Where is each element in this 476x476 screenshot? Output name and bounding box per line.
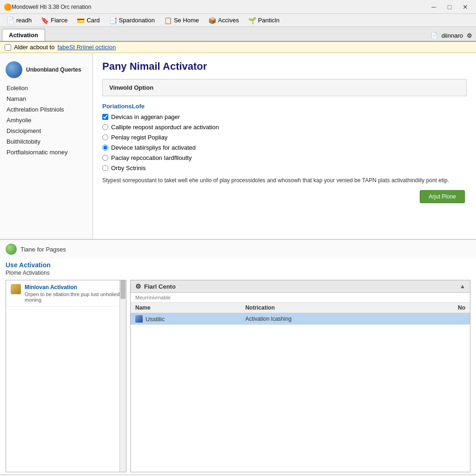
activation-item-desc: Orpen to be stlation:thre pup lust unhol… [25, 291, 121, 303]
plome-label: Plome Activations [0, 270, 476, 278]
menu-bar: 📄 readh 🔖 Fiarce 💳 Card 📑 Spardonation 📋… [0, 14, 476, 27]
menu-label-spardonation: Spardonation [119, 17, 155, 24]
radio-label-4: Paclay repcocation Iardflloutty [111, 154, 192, 161]
radio-label-0: Devicas in aggeran pager [111, 113, 180, 120]
th-name: Name [135, 304, 245, 311]
menu-label-fiarce: Fiarce [51, 17, 67, 24]
radio-label-1: Callipte reopost asporduct are activatio… [111, 124, 219, 131]
left-scrollbar[interactable] [119, 280, 126, 472]
sidebar-label-amhyolie: Amhyolie [7, 117, 31, 124]
divider-icon [6, 244, 17, 255]
radio-4[interactable] [102, 155, 108, 161]
bottom-bar: Cancel Send [0, 474, 476, 476]
td-name-label-0: Usstilic [145, 316, 165, 323]
options-box: Vinwold Option [102, 79, 467, 96]
description-text: Stypest sorrepoustant to taket well ehe … [102, 176, 467, 185]
right-panel-header: ⚙ Fiarl Cento ▲ [131, 280, 470, 293]
menu-item-accives[interactable]: 📦 Accives [204, 15, 244, 26]
alert-text: Alder acbout to [14, 44, 54, 51]
tab-bar: Activation 📄 diinnaro ⚙ [0, 27, 476, 42]
sidebar-item-acthrelation[interactable]: Acthrelation Pilstniols [0, 104, 93, 115]
tab-right-area: 📄 diinnaro ⚙ [430, 32, 474, 41]
right-panel-icon: ⚙ [135, 283, 141, 290]
radio-1[interactable] [102, 124, 108, 130]
menu-item-card[interactable]: 💳 Card [72, 15, 104, 26]
menu-item-fiarce[interactable]: 🔖 Fiarce [36, 15, 72, 26]
collapse-arrow-icon[interactable]: ▲ [460, 283, 465, 290]
radio-5[interactable] [102, 165, 108, 171]
right-panel-title: ⚙ Fiarl Cento [135, 283, 176, 290]
menu-item-panticln[interactable]: 🌱 Panticln [244, 15, 284, 26]
divider-label: Tiane for Pagses [20, 246, 66, 253]
right-activation-panel: ⚙ Fiarl Cento ▲ Meurrinivrnable Name Not… [130, 280, 470, 472]
activation-item-0[interactable]: Minlovan Activation Orpen to be stlation… [6, 280, 126, 307]
radio-label-3: Deviece tatiirspliys for activated [111, 144, 196, 151]
action-btn-row: Arjut Plone [102, 190, 467, 203]
td-name-0: Usstilic [135, 315, 245, 323]
radio-item-5: Orby Sctrinis [102, 165, 467, 172]
sidebar-label-eolelion: Eolelion [7, 85, 28, 92]
th-no: No [410, 304, 465, 311]
radio-label-2: Penlay regist Popliay [111, 134, 167, 141]
table-row[interactable]: Usstilic Activation lcashing [131, 313, 470, 325]
maximize-button[interactable]: □ [443, 2, 456, 12]
sidebar-item-buithilctobity[interactable]: Buithilctobity [0, 136, 93, 147]
radio-item-1: Callipte reopost asporduct are activatio… [102, 124, 467, 131]
settings-icon[interactable]: ⚙ [467, 32, 472, 39]
radio-2[interactable] [102, 134, 108, 140]
section-subtitle: PoriationsLofe [102, 103, 467, 110]
radio-3[interactable] [102, 145, 108, 151]
alert-link[interactable]: fabeSt Rriinel octicion [57, 44, 116, 51]
window-title: Mondowell Hti 3.38 Orc renation [12, 4, 427, 10]
sidebar-item-amhyolie[interactable]: Amhyolie [0, 115, 93, 126]
sidebar-item-naman[interactable]: Naman [0, 93, 93, 104]
scrollbar-thumb [120, 280, 126, 299]
close-button[interactable]: ✕ [458, 2, 472, 12]
menu-item-readh[interactable]: 📄 readh [2, 15, 36, 26]
td-notif-0: Activation lcashing [245, 316, 410, 322]
menu-item-sehome[interactable]: 📋 Se Home [159, 15, 204, 26]
sidebar-label-naman: Naman [7, 95, 26, 102]
use-activation-title: Use Activation [6, 261, 470, 269]
minimize-button[interactable]: ─ [427, 2, 441, 12]
tab-activation[interactable]: Activation [2, 29, 45, 41]
avatar [6, 61, 22, 78]
panticln-icon: 🌱 [248, 17, 256, 24]
right-panel-table: Name Notrication No Usstilic Activation … [131, 303, 470, 472]
divider-section: Tiane for Pagses [0, 239, 476, 258]
right-panel-subtitle: Meurrinivrnable [131, 293, 470, 303]
radio-item-4: Paclay repcocation Iardflloutty [102, 154, 467, 161]
options-box-title: Vinwold Option [109, 84, 153, 91]
sidebar-item-eolelion[interactable]: Eolelion [0, 83, 93, 93]
left-activation-panel: Minlovan Activation Orpen to be stlation… [6, 280, 126, 472]
radio-group: Devicas in aggeran pager Callipte reopos… [102, 113, 467, 172]
sidebar-item-portfial[interactable]: Portfialsiornatic money [0, 147, 93, 158]
readh-icon: 📄 [7, 17, 14, 24]
row-icon [135, 315, 143, 323]
menu-label-sehome: Se Home [174, 17, 199, 24]
sidebar-label-portfial: Portfialsiornatic money [7, 149, 68, 156]
activation-item-icon [11, 284, 21, 294]
main-container: Unbonbland Quertes Eolelion Naman Acthre… [0, 53, 476, 474]
activation-body: Minlovan Activation Orpen to be stlation… [0, 278, 476, 474]
spardonation-icon: 📑 [109, 17, 117, 24]
menu-label-readh: readh [16, 17, 32, 24]
sehome-icon: 📋 [164, 17, 172, 24]
document-icon: 📄 [430, 32, 438, 39]
sidebar-label-buithilctobity: Buithilctobity [7, 138, 40, 145]
radio-label-5: Orby Sctrinis [111, 165, 145, 172]
activation-item-content: Minlovan Activation Orpen to be stlation… [25, 284, 121, 303]
radio-item-2: Penlay regist Popliay [102, 134, 467, 141]
sidebar-label-acthrelation: Acthrelation Pilstniols [7, 106, 64, 113]
checkbox-0[interactable] [102, 114, 108, 120]
action-button[interactable]: Arjut Plone [420, 190, 465, 203]
th-notification: Notrication [245, 304, 410, 311]
menu-item-spardonation[interactable]: 📑 Spardonation [105, 15, 159, 26]
use-activation-header: Use Activation [0, 258, 476, 270]
menu-label-card: Card [86, 17, 99, 24]
alert-checkbox[interactable] [5, 44, 11, 51]
sidebar-item-discloipment[interactable]: Discloipment [0, 126, 93, 136]
card-icon: 💳 [77, 17, 85, 24]
tab-right-label: diinnaro [442, 32, 463, 39]
sidebar-user: Unbonbland Quertes [0, 59, 93, 83]
